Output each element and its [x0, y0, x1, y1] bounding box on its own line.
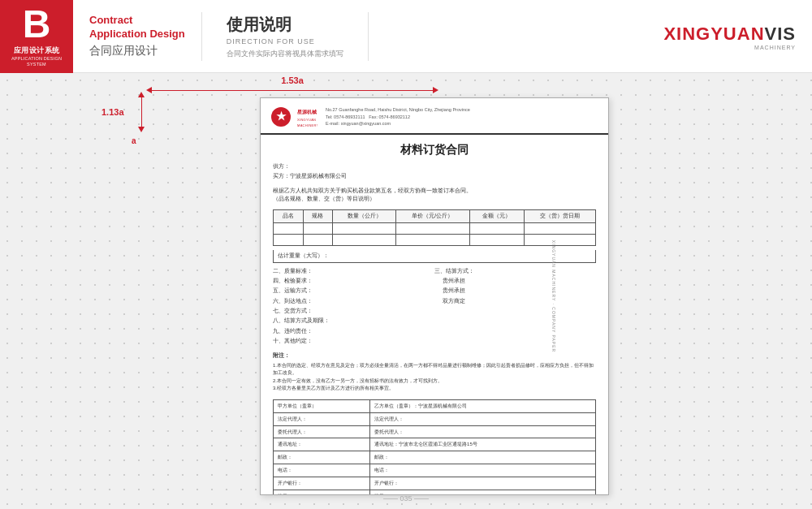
h-dimension-label: 1.53a: [281, 75, 304, 85]
sig-party-a-header: 甲方单位（盖章）: [274, 400, 370, 413]
brand-logo: XINGYUAN VIS MACHINERY: [663, 23, 796, 50]
term-item: 二、质量标准：: [273, 266, 434, 276]
doc-address: No.27 Guanfanghe Road, Haishu District, …: [326, 106, 470, 127]
usage-block: 使用说明 DIRECTION FOR USE 合同文件实际内容将视具体需求填写: [202, 12, 369, 61]
logo-cn-text: 应用设计系统: [14, 45, 60, 56]
supplier-label: 供方：: [273, 162, 596, 170]
usage-cn: 使用说明: [227, 14, 343, 36]
doc-supplier: 供方： 买方：宁波星源机械有限公司: [261, 162, 608, 184]
col-price: 单价（元/公斤）: [395, 209, 469, 222]
doc-title: 材料订货合同: [261, 135, 608, 162]
sig-row: 委托代理人：: [274, 425, 370, 438]
svg-text:XINGYUAN: XINGYUAN: [297, 118, 316, 122]
buyer-label: 买方：宁波星源机械有限公司: [273, 172, 596, 180]
term-item: 四、检验要求：: [273, 276, 434, 286]
brand-name: XINGYUAN: [663, 23, 764, 44]
notes-section: 附注： 1.本合同的选定、经双方在意见及定合；双方必须全量清活，在两一方都不得对…: [261, 349, 608, 395]
doc-table: 品名 规格 数量（公斤） 单价（元/公斤） 金额（元） 交（货）货日期: [273, 209, 596, 246]
sig-row: 法定代理人：: [370, 412, 596, 425]
logo-block: B 应用设计系统 APPLICATION DESIGN SYSTEM: [0, 0, 73, 73]
arrow-down: [138, 127, 145, 132]
en-title: Contract Application Design: [89, 14, 185, 41]
contract-document: ★ 星源机械 XINGYUAN MACHINERY No.27 Guanfang…: [260, 97, 609, 495]
total-row: 估计重量（大写）：: [273, 250, 596, 263]
doc-logo: ★ 星源机械 XINGYUAN MACHINERY: [269, 105, 317, 129]
document-wrapper: ★ 星源机械 XINGYUAN MACHINERY No.27 Guanfang…: [179, 81, 609, 495]
col-name: 品名: [274, 209, 304, 222]
page-number: —— 035 ——: [383, 494, 429, 503]
table-row: [274, 234, 596, 245]
dimension-arrows: 1.53a 1.13a a: [138, 75, 438, 103]
doc-header: ★ 星源机械 XINGYUAN MACHINERY No.27 Guanfang…: [261, 98, 608, 135]
doc-intro: 根据乙方人机共知双方关于购买机器业款第五名，经双方协商一致签订本合同。 （品名规…: [261, 184, 608, 205]
col-amount: 金额（元）: [469, 209, 524, 222]
note-3: 3.经双方各量里关乙方面计及乙方进行的所有相关事宜。: [273, 385, 596, 393]
usage-en: DIRECTION FOR USE: [227, 37, 343, 45]
sig-row: 通讯地址：: [274, 438, 370, 451]
term-item: 贵州承担: [434, 286, 596, 295]
term-item: 九、违约责任：: [273, 326, 596, 336]
term-item: 双方商定: [434, 296, 596, 306]
term-item: 十、其他约定：: [273, 336, 596, 346]
svg-text:MACHINERY: MACHINERY: [297, 123, 317, 127]
note-2: 2.本合同一定有效，没有乙方一另一方，没有招标书的法有效力，才可找到方。: [273, 377, 596, 386]
sig-row: 邮政：: [274, 451, 370, 464]
sig-row: 电话：: [370, 464, 596, 477]
signature-table: 甲方单位（盖章） 乙方单位（盖章）：宁波星源机械有限公司 法定代理人： 法定代理…: [273, 399, 596, 495]
v-dimension-label: 1.13a: [102, 107, 124, 117]
note-1: 1.本合同的选定、经双方在意见及定合；双方必须全量清活，在两一方都不得对品量进行…: [273, 362, 596, 377]
brand-machinery: MACHINERY: [754, 44, 796, 50]
term-item: 八、结算方式及期限：: [273, 316, 596, 326]
table-row: [274, 222, 596, 234]
arrow-left: [146, 87, 152, 93]
sig-row: 法定代理人：: [274, 412, 370, 425]
sig-party-b-header: 乙方单位（盖章）：宁波星源机械有限公司: [370, 400, 596, 413]
side-text: XINGYUAN MACHINERY · COMPANY PAPER: [551, 240, 556, 352]
a-marker: a: [132, 136, 136, 145]
logo-en-text: APPLICATION DESIGN SYSTEM: [11, 56, 62, 67]
usage-desc: 合同文件实际内容将视具体需求填写: [227, 49, 343, 59]
notes-title: 附注：: [273, 352, 596, 360]
col-date: 交（货）货日期: [525, 209, 596, 222]
sig-row: 邮政：: [370, 451, 596, 464]
col-qty: 数量（公斤）: [333, 209, 396, 222]
sig-row: 账号：: [274, 490, 370, 495]
v-dimension-line: [141, 97, 142, 127]
svg-text:★: ★: [276, 110, 287, 123]
term-item: 七、交货方式：: [273, 306, 596, 316]
brand-vis: VIS: [765, 23, 796, 44]
term-item: 三、结算方式：: [434, 266, 596, 276]
sig-row: 开户银行：: [274, 477, 370, 490]
col-spec: 规格: [303, 209, 333, 222]
sig-row: 委托代理人：: [370, 425, 596, 438]
arrow-up: [138, 92, 145, 97]
h-dimension-line: [152, 90, 433, 91]
arrow-right: [433, 87, 438, 93]
svg-text:星源机械: 星源机械: [296, 109, 317, 114]
header: B 应用设计系统 APPLICATION DESIGN SYSTEM Contr…: [0, 0, 812, 73]
logo-letter: B: [23, 5, 51, 44]
title-block: Contract Application Design 合同应用设计: [73, 12, 202, 61]
term-item: 五、运输方式：: [273, 286, 434, 295]
sig-row: 电话：: [274, 464, 370, 477]
term-item: 六、到达地点：: [273, 296, 434, 306]
term-item: 贵州承担: [434, 276, 596, 286]
sig-row: 通讯地址：宁波市北仑区霞浦工业区通堤路15号: [370, 438, 596, 451]
company-logo-svg: ★ 星源机械 XINGYUAN MACHINERY: [269, 105, 317, 129]
cn-title: 合同应用设计: [89, 44, 185, 58]
sig-row: 开户银行：: [370, 477, 596, 490]
